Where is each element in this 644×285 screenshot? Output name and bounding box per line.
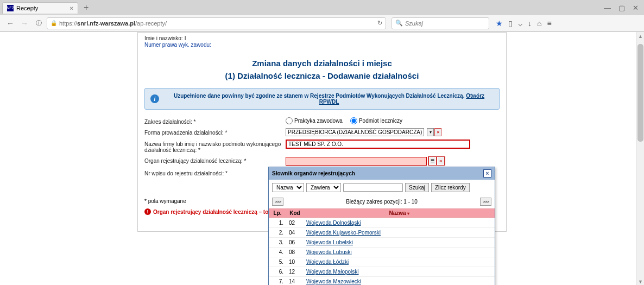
reload-icon[interactable]: ↻ bbox=[377, 20, 382, 27]
cell-lp: 7. bbox=[269, 277, 286, 286]
nav-bar: ← → ⓘ 🔒 https://snrl.nfz-warszawa.pl/ap-… bbox=[0, 15, 644, 31]
radio-podmiot[interactable]: Podmiot leczniczy bbox=[350, 117, 402, 124]
info-icon: i bbox=[150, 94, 159, 103]
forma-label: Forma prowadzenia działalności: * bbox=[144, 128, 286, 136]
table-row: 5.10Wojewoda Łódzki bbox=[269, 257, 495, 267]
cell-kod: 04 bbox=[286, 228, 304, 238]
personal-license-link[interactable]: Numer prawa wyk. zawodu: bbox=[144, 42, 211, 48]
forma-picker-icon[interactable]: ▾ bbox=[427, 128, 434, 136]
main-heading: Zmiana danych działalności i miejsc bbox=[144, 59, 500, 68]
radio-praktyka[interactable]: Praktyka zawodowa bbox=[286, 117, 343, 124]
table-row: 6.12Wojewoda Małopolski bbox=[269, 267, 495, 277]
scroll-down-icon[interactable]: ▼ bbox=[636, 277, 644, 285]
organ-picker-icon[interactable]: ☰ bbox=[429, 157, 436, 165]
page-content: Imie i nazwisko: I Numer prawa wyk. zawo… bbox=[0, 32, 644, 285]
nav-next-top-left[interactable]: >>> bbox=[272, 198, 283, 206]
close-window-icon[interactable]: ✕ bbox=[633, 4, 639, 12]
cell-lp: 1. bbox=[269, 218, 286, 228]
browser-tab[interactable]: NFZ Recepty × bbox=[2, 2, 78, 14]
window-controls: — ▢ ✕ bbox=[604, 4, 644, 12]
new-tab-button[interactable]: + bbox=[79, 2, 93, 14]
cell-nazwa: Wojewoda Lubelski bbox=[304, 238, 495, 248]
organ-link[interactable]: Wojewoda Dolnośląski bbox=[306, 220, 361, 226]
maximize-icon[interactable]: ▢ bbox=[618, 4, 625, 12]
cell-nazwa: Wojewoda Kujawsko-Pomorski bbox=[304, 228, 495, 238]
cell-kod: 14 bbox=[286, 277, 304, 286]
favicon: NFZ bbox=[7, 5, 14, 11]
scrollbar-thumb[interactable] bbox=[637, 44, 643, 142]
personal-info: Imie i nazwisko: I Numer prawa wyk. zawo… bbox=[144, 33, 500, 50]
table-row: 7.14Wojewoda Mazowiecki bbox=[269, 277, 495, 286]
popup-search-button[interactable]: Szukaj bbox=[405, 183, 429, 192]
cell-lp: 2. bbox=[269, 228, 286, 238]
table-row: 2.04Wojewoda Kujawsko-Pomorski bbox=[269, 228, 495, 238]
lock-icon: 🔒 bbox=[50, 20, 57, 26]
tab-bar: NFZ Recepty × + — ▢ ✕ bbox=[0, 0, 644, 15]
cell-lp: 5. bbox=[269, 257, 286, 267]
popup-title: Słownik organów rejestrujących bbox=[272, 170, 355, 176]
page-scrollbar[interactable]: ▲ ▼ bbox=[636, 32, 644, 285]
error-icon: ! bbox=[144, 208, 151, 215]
nrwpisu-label: Nr wpisu do rejestru działalności: * bbox=[144, 169, 286, 176]
cell-nazwa: Wojewoda Łódzki bbox=[304, 257, 495, 267]
cell-nazwa: Wojewoda Dolnośląski bbox=[304, 218, 495, 228]
organ-link[interactable]: Wojewoda Łódzki bbox=[306, 259, 349, 265]
table-row: 1.02Wojewoda Dolnośląski bbox=[269, 218, 495, 228]
tab-title: Recepty bbox=[16, 5, 38, 11]
organ-link[interactable]: Wojewoda Małopolski bbox=[306, 269, 359, 275]
popup-close-button[interactable]: × bbox=[483, 169, 491, 178]
cell-nazwa: Wojewoda Lubuski bbox=[304, 248, 495, 257]
dictionary-popup: Słownik organów rejestrujących × Nazwa Z… bbox=[268, 167, 495, 285]
organ-link[interactable]: Wojewoda Kujawsko-Pomorski bbox=[306, 230, 381, 236]
close-tab-icon[interactable]: × bbox=[70, 5, 73, 11]
back-button[interactable]: ← bbox=[4, 17, 16, 29]
nazwa-label: Nazwa firmy lub imię i nazwisko podmiotu… bbox=[144, 140, 286, 153]
popup-header: Słownik organów rejestrujących × bbox=[269, 167, 495, 180]
cell-nazwa: Wojewoda Małopolski bbox=[304, 267, 495, 277]
organ-link[interactable]: Wojewoda Lubelski bbox=[306, 239, 353, 245]
sub-heading: (1) Działalność lecznicza - Dodawanie dz… bbox=[144, 71, 500, 80]
col-kod[interactable]: Kod bbox=[286, 208, 304, 218]
home-icon[interactable]: ⌂ bbox=[537, 19, 541, 28]
identity-icon[interactable]: ⓘ bbox=[33, 17, 45, 29]
cell-lp: 6. bbox=[269, 267, 286, 277]
zakres-label: Zakres działalności: * bbox=[144, 117, 286, 125]
library-icon[interactable]: ▯ bbox=[508, 19, 513, 28]
minimize-icon[interactable]: — bbox=[604, 4, 611, 12]
popup-table: Lp. Kod Nazwa▾ 1.02Wojewoda Dolnośląski2… bbox=[269, 208, 495, 285]
table-row: 4.08Wojewoda Lubuski bbox=[269, 248, 495, 257]
col-lp[interactable]: Lp. bbox=[269, 208, 286, 218]
organ-link[interactable]: Wojewoda Mazowiecki bbox=[306, 278, 361, 284]
forma-select[interactable]: PRZEDSIĘBIORCA (DZIAŁALNOŚĆ GOSPODARCZA) bbox=[286, 128, 424, 136]
col-nazwa[interactable]: Nazwa▾ bbox=[304, 208, 495, 218]
url-text: https://snrl.nfz-warszawa.pl/ap-recepty/ bbox=[59, 20, 167, 27]
search-input[interactable] bbox=[405, 20, 485, 27]
url-bar[interactable]: 🔒 https://snrl.nfz-warszawa.pl/ap-recept… bbox=[47, 17, 386, 29]
scroll-up-icon[interactable]: ▲ bbox=[636, 32, 644, 40]
popup-search-row: Nazwa Zawiera Szukaj Zlicz rekordy bbox=[269, 180, 495, 195]
personal-name-link[interactable]: Imie i nazwisko: bbox=[144, 35, 183, 41]
nazwa-input[interactable]: TEST MED SP. Z O.O. bbox=[286, 140, 470, 149]
organ-input[interactable] bbox=[286, 157, 427, 166]
nav-next-top-right[interactable]: >>> bbox=[480, 198, 491, 206]
popup-range-label: Bieżący zakres pozycji: 1 - 10 bbox=[346, 199, 418, 205]
info-text: Uzupełnione dane powinny być zgodne ze s… bbox=[165, 93, 494, 105]
table-row: 3.06Wojewoda Lubelski bbox=[269, 238, 495, 248]
info-box: i Uzupełnione dane powinny być zgodne ze… bbox=[144, 88, 500, 110]
cell-kod: 06 bbox=[286, 238, 304, 248]
search-icon: 🔍 bbox=[395, 20, 403, 27]
organ-link[interactable]: Wojewoda Lubuski bbox=[306, 249, 352, 255]
popup-condition-select[interactable]: Zawiera bbox=[306, 183, 341, 192]
sort-desc-icon: ▾ bbox=[407, 211, 409, 216]
organ-clear-icon[interactable]: × bbox=[437, 157, 444, 165]
menu-icon[interactable]: ≡ bbox=[547, 19, 551, 28]
pocket-icon[interactable]: ⌵ bbox=[518, 19, 522, 28]
bookmark-star-icon[interactable]: ★ bbox=[496, 19, 503, 28]
forward-button[interactable]: → bbox=[18, 17, 30, 29]
popup-search-input[interactable] bbox=[343, 183, 403, 192]
downloads-icon[interactable]: ↓ bbox=[528, 19, 532, 28]
forma-clear-icon[interactable]: × bbox=[434, 128, 441, 136]
browser-search-bar[interactable]: 🔍 bbox=[392, 17, 489, 29]
popup-count-button[interactable]: Zlicz rekordy bbox=[431, 183, 470, 192]
popup-field-select[interactable]: Nazwa bbox=[272, 183, 304, 192]
